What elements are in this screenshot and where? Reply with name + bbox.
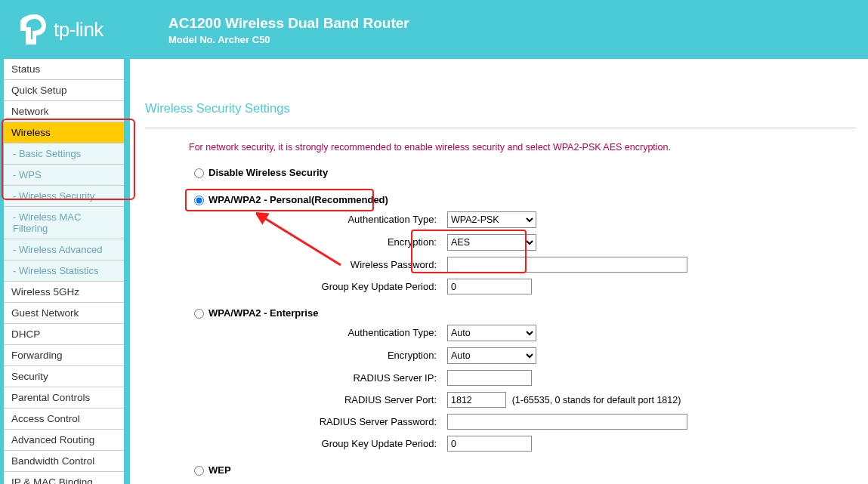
header: tp-link AC1200 Wireless Dual Band Router… xyxy=(0,0,868,59)
label-radius-port: RADIUS Server Port: xyxy=(145,392,447,408)
sidebar-item-wps[interactable]: - WPS xyxy=(4,165,124,186)
sidebar-item-dhcp[interactable]: DHCP xyxy=(4,324,124,345)
label-radius-ip: RADIUS Server IP: xyxy=(145,370,447,386)
sidebar-nav: StatusQuick SetupNetworkWireless- Basic … xyxy=(0,59,130,484)
sidebar-item-status[interactable]: Status xyxy=(4,59,124,80)
radio-disable-security[interactable] xyxy=(194,168,204,178)
sidebar-item-parental-controls[interactable]: Parental Controls xyxy=(4,387,124,408)
radio-personal-label: WPA/WPA2 - Personal(Recommended) xyxy=(209,194,388,205)
input-personal-group-key[interactable] xyxy=(447,279,532,294)
input-radius-password[interactable] xyxy=(447,414,687,430)
label-radius-password: RADIUS Server Password: xyxy=(145,414,447,430)
sidebar-item-advanced-routing[interactable]: Advanced Routing xyxy=(4,430,124,451)
product-title: AC1200 Wireless Dual Band Router xyxy=(168,15,409,32)
label-auth-type: Authentication Type: xyxy=(145,211,447,228)
sidebar-item-network[interactable]: Network xyxy=(4,101,124,122)
input-radius-port[interactable] xyxy=(447,392,506,408)
radio-disable-label: Disable Wireless Security xyxy=(209,167,328,178)
sidebar-item-access-control[interactable]: Access Control xyxy=(4,408,124,430)
label-encryption: Encryption: xyxy=(145,234,447,251)
label-wireless-password: Wireless Password: xyxy=(145,257,447,273)
sidebar-item-security[interactable]: Security xyxy=(4,366,124,387)
label-group-key-period: Group Key Update Period: xyxy=(145,279,447,294)
content-area: Wireless Security Settings For network s… xyxy=(130,59,868,484)
sidebar-item-wireless-advanced[interactable]: - Wireless Advanced xyxy=(4,239,124,260)
sidebar-item-wireless[interactable]: Wireless xyxy=(4,122,124,143)
sidebar-item-wireless-security[interactable]: - Wireless Security xyxy=(4,186,124,207)
radio-enterprise-label: WPA/WPA2 - Enterprise xyxy=(209,307,318,319)
radius-port-hint: (1-65535, 0 stands for default port 1812… xyxy=(512,395,681,405)
input-radius-ip[interactable] xyxy=(447,370,532,386)
radio-wpa-personal[interactable] xyxy=(194,196,204,205)
radio-wpa-enterprise[interactable] xyxy=(194,309,204,319)
security-notice: For network security, it is strongly rec… xyxy=(189,142,856,153)
divider xyxy=(145,128,856,128)
input-wireless-password[interactable] xyxy=(447,257,687,273)
input-enterprise-group-key[interactable] xyxy=(447,436,532,452)
label-ent-encryption: Encryption: xyxy=(145,347,447,364)
sidebar-item-wireless-5ghz[interactable]: Wireless 5GHz xyxy=(4,282,124,303)
select-enterprise-encryption[interactable]: Auto xyxy=(447,347,536,364)
label-ent-group-key: Group Key Update Period: xyxy=(145,436,447,452)
select-personal-encryption[interactable]: AES xyxy=(447,234,536,251)
sidebar-item-wireless-mac-filtering[interactable]: - Wireless MAC Filtering xyxy=(4,207,124,239)
tplink-logo-icon xyxy=(19,13,48,46)
sidebar-item-wireless-statistics[interactable]: - Wireless Statistics xyxy=(4,260,124,282)
sidebar-item-bandwidth-control[interactable]: Bandwidth Control xyxy=(4,451,124,472)
radio-wep[interactable] xyxy=(194,466,204,476)
sidebar-item-ip-mac-binding[interactable]: IP & MAC Binding xyxy=(4,472,124,484)
model-number: Model No. Archer C50 xyxy=(168,34,409,45)
select-enterprise-auth-type[interactable]: Auto xyxy=(447,325,536,341)
label-ent-auth-type: Authentication Type: xyxy=(145,325,447,341)
sidebar-item-forwarding[interactable]: Forwarding xyxy=(4,345,124,366)
sidebar-item-guest-network[interactable]: Guest Network xyxy=(4,303,124,324)
brand-name: tp-link xyxy=(54,18,103,42)
sidebar-item-basic-settings[interactable]: - Basic Settings xyxy=(4,143,124,165)
select-personal-auth-type[interactable]: WPA2-PSK xyxy=(447,211,536,228)
sidebar-item-quick-setup[interactable]: Quick Setup xyxy=(4,80,124,101)
page-title: Wireless Security Settings xyxy=(145,101,856,116)
radio-wep-label: WEP xyxy=(209,464,231,476)
brand-logo: tp-link xyxy=(19,13,168,46)
